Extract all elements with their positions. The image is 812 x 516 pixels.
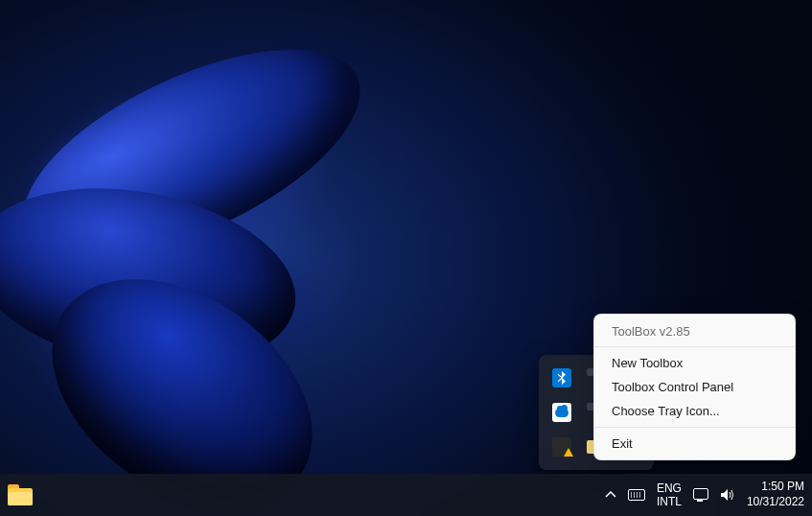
clock-time: 1:50 PM — [747, 480, 804, 495]
clock-date: 10/31/2022 — [747, 495, 804, 510]
menu-item-exit[interactable]: Exit — [594, 432, 795, 456]
tray-chevron-icon[interactable] — [605, 488, 616, 502]
language-line1: ENG — [657, 481, 682, 495]
menu-item-choose-tray-icon[interactable]: Choose Tray Icon... — [594, 399, 795, 423]
taskbar: ENG INTL 1:50 PM 10/31/2022 — [0, 474, 812, 516]
menu-separator — [594, 427, 795, 428]
menu-item-new-toolbox[interactable]: New Toolbox — [594, 351, 795, 375]
language-indicator[interactable]: ENG INTL — [657, 481, 682, 509]
onedrive-icon[interactable] — [552, 403, 571, 422]
volume-icon[interactable] — [720, 488, 735, 502]
network-icon[interactable] — [693, 488, 708, 502]
context-menu-title: ToolBox v2.85 — [594, 318, 795, 347]
file-explorer-icon[interactable] — [8, 484, 33, 505]
input-keyboard-icon[interactable] — [628, 489, 645, 501]
app-warning-icon[interactable] — [552, 437, 571, 457]
context-menu: ToolBox v2.85 New Toolbox Toolbox Contro… — [593, 314, 796, 460]
menu-item-control-panel[interactable]: Toolbox Control Panel — [594, 375, 795, 399]
clock[interactable]: 1:50 PM 10/31/2022 — [747, 480, 804, 509]
language-line2: INTL — [657, 495, 682, 508]
bluetooth-icon[interactable] — [552, 368, 571, 387]
